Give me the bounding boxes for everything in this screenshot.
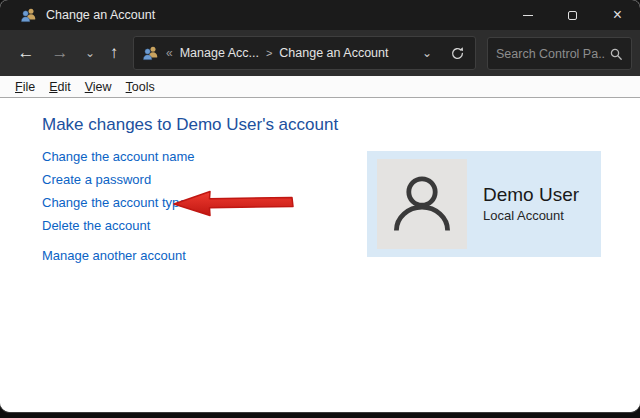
user-tile-text: Demo User Local Account bbox=[483, 183, 579, 225]
menu-edit[interactable]: Edit bbox=[42, 78, 78, 96]
address-dropdown-icon[interactable]: ⌄ bbox=[422, 46, 432, 60]
menu-file[interactable]: File bbox=[8, 78, 42, 96]
user-name: Demo User bbox=[483, 183, 579, 207]
user-account-tile[interactable]: Demo User Local Account bbox=[367, 151, 601, 257]
maximize-button[interactable] bbox=[550, 0, 595, 30]
search-box bbox=[487, 37, 632, 70]
minimize-icon bbox=[523, 15, 533, 16]
person-icon bbox=[386, 168, 458, 240]
search-input[interactable] bbox=[496, 47, 605, 61]
window-title: Change an Account bbox=[46, 8, 155, 22]
menu-tools[interactable]: Tools bbox=[119, 78, 162, 96]
content-area: Make changes to Demo User's account Chan… bbox=[0, 98, 640, 412]
minimize-button[interactable] bbox=[505, 0, 550, 30]
address-bar[interactable]: « Manage Acc... > Change an Account ⌄ bbox=[133, 36, 476, 70]
close-icon: × bbox=[613, 7, 622, 23]
avatar bbox=[377, 159, 467, 249]
back-button[interactable]: ← bbox=[12, 30, 40, 76]
breadcrumb-current[interactable]: Change an Account bbox=[279, 46, 388, 60]
user-accounts-icon bbox=[20, 7, 37, 23]
page-title: Make changes to Demo User's account bbox=[42, 115, 338, 135]
link-manage-another-account[interactable]: Manage another account bbox=[42, 248, 195, 263]
title-bar: Change an Account × bbox=[0, 0, 640, 30]
search-icon[interactable] bbox=[609, 47, 623, 61]
link-delete-account[interactable]: Delete the account bbox=[42, 218, 195, 241]
menu-view[interactable]: View bbox=[78, 78, 119, 96]
breadcrumb-overflow-chevrons[interactable]: « bbox=[166, 46, 173, 60]
navigation-bar: ← → ⌄ ↑ « Manage Acc... > Change an Acco… bbox=[0, 30, 640, 76]
forward-button[interactable]: → bbox=[46, 30, 74, 76]
maximize-icon bbox=[568, 11, 577, 20]
up-button[interactable]: ↑ bbox=[100, 30, 128, 76]
account-type-label: Local Account bbox=[483, 207, 579, 225]
refresh-icon[interactable] bbox=[450, 46, 465, 61]
breadcrumb-separator[interactable]: > bbox=[266, 47, 272, 59]
close-button[interactable]: × bbox=[595, 0, 640, 30]
window-controls: × bbox=[505, 0, 640, 30]
red-annotation-arrow-icon bbox=[171, 189, 297, 217]
user-accounts-icon bbox=[142, 45, 159, 61]
menu-bar: File Edit View Tools bbox=[0, 76, 640, 98]
breadcrumb-parent[interactable]: Manage Acc... bbox=[180, 46, 259, 60]
link-change-account-name[interactable]: Change the account name bbox=[42, 149, 195, 172]
control-panel-window: Change an Account × ← → ⌄ ↑ « Ma bbox=[0, 0, 640, 412]
